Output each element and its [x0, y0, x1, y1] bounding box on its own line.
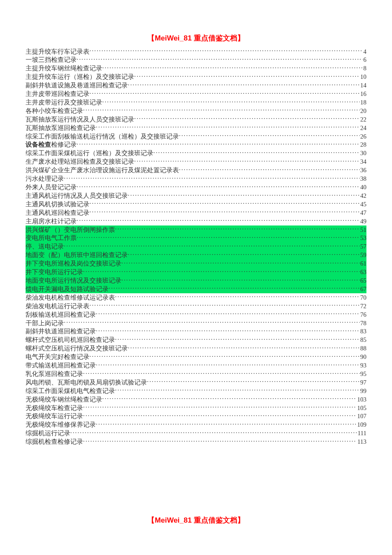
toc-entry[interactable]: 综掘机检查检修记录113 — [26, 438, 366, 446]
toc-entry[interactable]: 电气开关完好检查记录90 — [26, 353, 366, 361]
toc-entry[interactable]: 主提升绞车钢丝绳检查记录8 — [26, 64, 366, 73]
toc-entry[interactable]: 综采工作面采煤机运行（巡检）及交接班记录30 — [26, 149, 366, 158]
toc-entry-page: 63 — [360, 268, 367, 276]
toc-entry-page: 76 — [360, 311, 367, 319]
toc-entry-title: 变电所电气工作票 — [26, 234, 77, 242]
toc-entry[interactable]: 井下变电所巡检及岗位交接班记录61 — [26, 260, 366, 268]
toc-entry[interactable]: 井下变电所运行记录63 — [26, 268, 366, 277]
toc-entry-title: 螺杆式空压机运行情况及交接班记录 — [26, 344, 128, 353]
toc-dots-leader — [102, 395, 356, 402]
toc-dots-leader — [64, 175, 360, 181]
toc-dots-leader — [121, 276, 360, 283]
toc-entry[interactable]: 主提升绞车运行（巡检）及交接班记录10 — [26, 73, 366, 81]
toc-entry-title: 干部上岗记录 — [26, 319, 64, 327]
toc-entry[interactable]: 无极绳绞车运行记录107 — [26, 412, 366, 421]
toc-entry-title: 馈电开关漏电及短路试验记录 — [26, 285, 109, 293]
toc-entry[interactable]: 设备检查检修记录28 — [26, 141, 366, 149]
toc-entry-page: 57 — [360, 243, 367, 251]
toc-dots-leader — [134, 73, 360, 79]
toc-entry[interactable]: 综采工作面刮板输送机运行情况（巡检）及交接班记录26 — [26, 132, 366, 141]
toc-entry[interactable]: 螺杆式空压机运行情况及交接班记录88 — [26, 344, 366, 353]
toc-entry[interactable]: 生产废水处理站巡回检查及交接班记录34 — [26, 158, 366, 166]
table-of-contents: 主提升绞车行车记录表4一坡三挡检查记录6主提升绞车钢丝绳检查记录8主提升绞车运行… — [26, 47, 366, 446]
toc-entry[interactable]: 变电所电气工作票53 — [26, 234, 366, 243]
toc-entry-title: 无极绳绞车运行记录 — [26, 412, 83, 420]
toc-dots-leader — [77, 183, 360, 190]
toc-entry[interactable]: 地面变电所运行情况及交接班记录65 — [26, 276, 366, 285]
toc-entry[interactable]: 洪兴煤矿企业生产废水治理设施运行及煤泥处置记录表36 — [26, 166, 366, 175]
toc-entry-page: 65 — [360, 277, 367, 285]
toc-dots-leader — [77, 56, 363, 62]
toc-entry-title: 污水处理记录 — [26, 175, 64, 183]
toc-entry[interactable]: 风电闭锁、瓦斯电闭锁及局扇切换试验记录97 — [26, 378, 366, 387]
toc-entry[interactable]: 停、送电记录57 — [26, 243, 366, 251]
toc-entry-page: 67 — [360, 285, 367, 293]
toc-dots-leader — [64, 243, 360, 249]
toc-entry[interactable]: 干部上岗记录78 — [26, 319, 366, 327]
toc-entry[interactable]: 副斜井轨道巡回检查记录83 — [26, 327, 366, 336]
toc-entry-page: 59 — [360, 251, 367, 259]
toc-entry[interactable]: 无极绳绞车维修保养记录109 — [26, 421, 366, 429]
toc-entry[interactable]: 外来人员登记记录40 — [26, 183, 366, 192]
toc-entry-page: 103 — [356, 396, 366, 404]
toc-entry-page: 61 — [360, 260, 367, 268]
toc-entry[interactable]: 馈电开关漏电及短路试验记录67 — [26, 285, 366, 293]
toc-entry[interactable]: 主通风机运行情况及人员交接班记录42 — [26, 191, 366, 200]
toc-entry-title: 主提升绞车运行（巡检）及交接班记录 — [26, 73, 134, 81]
toc-entry-page: 18 — [360, 98, 367, 107]
toc-entry[interactable]: 洪兴煤矿（）变电所倒闸操作票51 — [26, 225, 366, 234]
toc-entry-page: 45 — [360, 200, 367, 208]
toc-entry-title: 副斜井轨道设施及巷道巡回检查记录 — [26, 81, 128, 90]
toc-entry[interactable]: 乳化泵巡回检查记录95 — [26, 370, 366, 378]
toc-entry[interactable]: 柴油发电机检查维修试运记录表70 — [26, 293, 366, 302]
toc-entry-title: 电气开关完好检查记录 — [26, 353, 89, 361]
toc-entry[interactable]: 瓦斯抽放泵巡回检查记录24 — [26, 124, 366, 132]
toc-dots-leader — [89, 302, 360, 308]
toc-entry-page: 51 — [360, 226, 367, 234]
toc-entry-title: 综采工作面采煤机电气检查记录 — [26, 387, 115, 395]
toc-entry[interactable]: 刮板输送机巡回检查记录76 — [26, 310, 366, 319]
toc-entry[interactable]: 带式输送机巡回检查记录93 — [26, 361, 366, 370]
toc-dots-leader — [77, 234, 360, 240]
toc-entry[interactable]: 瓦斯抽放泵运行情况及人员交接班记录22 — [26, 115, 366, 124]
toc-entry-page: 40 — [360, 183, 367, 191]
toc-entry-title: 井下变电所运行记录 — [26, 268, 83, 276]
toc-entry-title: 主通风机巡回检查记录 — [26, 209, 89, 217]
toc-entry[interactable]: 主通风机切换试验记录45 — [26, 200, 366, 208]
toc-entry-page: 99 — [360, 387, 367, 395]
toc-entry[interactable]: 主扇房水柱计记录49 — [26, 217, 366, 225]
toc-entry[interactable]: 一坡三挡检查记录6 — [26, 56, 366, 64]
toc-entry[interactable]: 综掘机运行记录111 — [26, 429, 366, 438]
toc-dots-leader — [115, 336, 360, 342]
toc-entry[interactable]: 螺杆式空压机司机巡回检查记录85 — [26, 336, 366, 344]
toc-entry[interactable]: 无极绳绞车检查记录105 — [26, 404, 366, 412]
toc-entry[interactable]: 各种小绞车检查记录20 — [26, 107, 366, 115]
toc-entry[interactable]: 综采工作面采煤机电气检查记录99 — [26, 387, 366, 395]
toc-entry-page: 83 — [360, 327, 367, 335]
toc-dots-leader — [64, 319, 360, 325]
toc-entry[interactable]: 无极绳绞车钢丝绳检查记录103 — [26, 395, 366, 404]
toc-entry[interactable]: 主提升绞车行车记录表4 — [26, 47, 366, 56]
toc-dots-leader — [89, 353, 360, 359]
toc-entry-title: 刮板输送机巡回检查记录 — [26, 311, 96, 319]
toc-dots-leader — [89, 47, 363, 54]
toc-entry[interactable]: 污水处理记录38 — [26, 175, 366, 183]
toc-entry-title: 综采工作面采煤机运行（巡检）及交接班记录 — [26, 149, 153, 157]
toc-entry[interactable]: 地面变（配）电所班中巡回检查记录59 — [26, 251, 366, 260]
toc-entry[interactable]: 柴油发电机运行记录表72 — [26, 302, 366, 310]
toc-entry-title: 外来人员登记记录 — [26, 183, 77, 191]
toc-entry-title: 井下变电所巡检及岗位交接班记录 — [26, 260, 121, 268]
toc-entry-page: 20 — [360, 107, 367, 115]
toc-entry[interactable]: 主井皮带巡回检查记录16 — [26, 90, 366, 98]
toc-entry[interactable]: 副斜井轨道设施及巷道巡回检查记录14 — [26, 81, 366, 90]
toc-dots-leader — [89, 208, 360, 215]
toc-dots-leader — [89, 90, 360, 96]
toc-entry-page: 111 — [357, 429, 366, 437]
toc-entry-page: 109 — [356, 421, 366, 429]
toc-entry[interactable]: 主井皮带运行及交接班记录18 — [26, 98, 366, 107]
toc-entry-page: 24 — [360, 124, 367, 132]
toc-entry-page: 88 — [360, 344, 367, 353]
toc-entry-title: 螺杆式空压机司机巡回检查记录 — [26, 336, 115, 344]
toc-dots-leader — [128, 344, 360, 351]
toc-entry[interactable]: 主通风机巡回检查记录47 — [26, 208, 366, 217]
